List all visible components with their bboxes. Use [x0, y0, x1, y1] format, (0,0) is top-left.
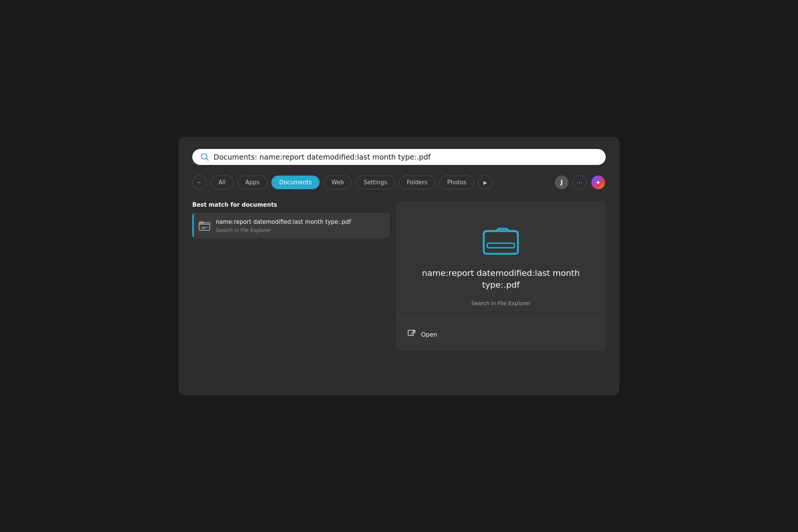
tab-apps[interactable]: Apps — [238, 176, 268, 189]
open-external-icon — [407, 329, 416, 340]
content-area: Best match for documents name:report dat… — [192, 201, 606, 351]
result-item[interactable]: name:report datemodified:last month type… — [192, 213, 390, 238]
search-icon — [201, 153, 209, 161]
more-button[interactable]: ··· — [572, 175, 587, 190]
result-title: name:report datemodified:last month type… — [216, 218, 384, 226]
tab-all[interactable]: All — [211, 176, 234, 189]
copilot-icon[interactable]: ✦ — [591, 175, 606, 190]
svg-rect-5 — [199, 221, 204, 224]
tabs-row: ← All Apps Documents Web Settings Folder… — [192, 175, 606, 190]
svg-rect-8 — [484, 231, 518, 254]
tab-web[interactable]: Web — [323, 176, 352, 189]
preview-subtitle: Search in File Explorer — [471, 300, 530, 306]
svg-rect-9 — [487, 243, 515, 248]
preview-top: name:report datemodified:last month type… — [396, 201, 606, 318]
tab-folders[interactable]: Folders — [399, 176, 435, 189]
user-avatar[interactable]: J — [555, 176, 568, 189]
play-button[interactable]: ▶ — [478, 175, 492, 190]
result-text: name:report datemodified:last month type… — [216, 218, 384, 233]
search-bar — [192, 149, 606, 165]
search-window: ← All Apps Documents Web Settings Folder… — [179, 137, 619, 395]
result-subtitle: Search in File Explorer — [216, 227, 384, 233]
preview-panel: name:report datemodified:last month type… — [396, 201, 606, 351]
left-panel: Best match for documents name:report dat… — [192, 201, 390, 351]
section-label: Best match for documents — [192, 201, 390, 208]
back-button[interactable]: ← — [192, 175, 207, 190]
svg-text:✦: ✦ — [595, 179, 600, 186]
file-explorer-icon — [198, 220, 211, 232]
tab-photos[interactable]: Photos — [439, 176, 475, 189]
open-label: Open — [421, 331, 437, 338]
preview-title: name:report datemodified:last month type… — [411, 268, 591, 291]
svg-line-1 — [206, 158, 208, 160]
tab-settings[interactable]: Settings — [356, 176, 395, 189]
preview-actions: Open — [396, 318, 606, 351]
open-action[interactable]: Open — [407, 326, 594, 343]
tab-documents[interactable]: Documents — [271, 176, 320, 189]
folder-icon-large — [482, 220, 520, 258]
search-input[interactable] — [214, 153, 597, 161]
